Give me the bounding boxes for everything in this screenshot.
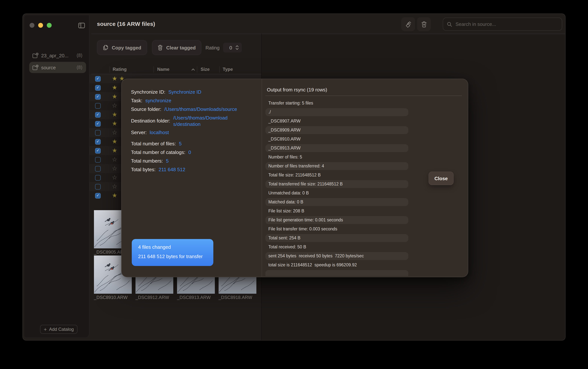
- star-icon[interactable]: ☆: [112, 165, 119, 172]
- rating-stars[interactable]: ☆: [112, 165, 119, 172]
- traffic-light-minimize[interactable]: [38, 23, 43, 28]
- row-checkbox[interactable]: [95, 184, 101, 189]
- sidebar-item-count: (8): [77, 65, 82, 70]
- star-icon[interactable]: ☆: [112, 156, 119, 163]
- row-checkbox[interactable]: ✓: [95, 121, 101, 126]
- thumbnail-label: _DSC8913.ARW: [177, 295, 215, 300]
- info-line-label: Destination folder:: [131, 118, 170, 124]
- clear-tagged-label: Clear tagged: [166, 45, 196, 50]
- info-link[interactable]: 211 648 512: [159, 167, 186, 172]
- rating-stepper[interactable]: 0: [223, 43, 242, 52]
- totals-line-label: Total number of catalogs:: [131, 149, 186, 155]
- row-checkbox[interactable]: ✓: [95, 76, 101, 82]
- star-icon[interactable]: ★: [112, 192, 119, 199]
- column-header-rating[interactable]: Rating: [113, 67, 127, 72]
- thumbnail-label: _DSC8918.ARW: [219, 295, 256, 300]
- info-link[interactable]: 0: [188, 149, 191, 155]
- rating-stars[interactable]: ★: [112, 85, 119, 91]
- column-header-name[interactable]: Name: [157, 67, 169, 72]
- row-checkbox[interactable]: [95, 175, 101, 180]
- search-icon: [447, 21, 452, 27]
- star-icon[interactable]: ☆: [112, 174, 119, 181]
- sidebar-item-source[interactable]: source (8): [29, 62, 86, 73]
- add-catalog-label: Add Catalog: [49, 327, 74, 332]
- folder-plus-icon: [32, 65, 39, 70]
- star-icon[interactable]: ★: [112, 147, 119, 154]
- notification-line1: 4 files changed: [138, 244, 213, 250]
- totals-line-label: Total numbers:: [131, 158, 163, 164]
- star-icon[interactable]: ☆: [112, 129, 119, 136]
- output-row: Unmatched data: 0 B: [265, 189, 408, 197]
- traffic-light-zoom[interactable]: [47, 23, 52, 28]
- output-row: File list size: 208 B: [265, 207, 408, 215]
- rating-stars[interactable]: ★: [112, 112, 119, 118]
- info-line: Task:synchronize: [131, 97, 260, 104]
- row-checkbox[interactable]: ✓: [95, 112, 101, 117]
- column-separator: [153, 66, 154, 73]
- row-checkbox[interactable]: ✓: [95, 85, 101, 91]
- star-icon[interactable]: ★: [112, 84, 119, 91]
- info-link[interactable]: /Users/thomas/Downloads/destination: [173, 115, 230, 127]
- rating-stars[interactable]: ★: [112, 193, 119, 199]
- totals-line-label: Total bytes:: [131, 167, 156, 172]
- row-checkbox[interactable]: [95, 130, 101, 135]
- thumbnail-label: _DSC8912.ARW: [136, 295, 173, 300]
- column-header-size[interactable]: Size: [201, 67, 210, 72]
- traffic-light-close[interactable]: [29, 23, 34, 28]
- sidebar-item-catalog-1[interactable]: 23_apr_20... (8): [29, 50, 86, 61]
- star-icon[interactable]: ★: [112, 93, 119, 100]
- close-button[interactable]: Close: [429, 172, 454, 185]
- column-separator: [219, 66, 220, 73]
- rating-stars[interactable]: ★: [112, 121, 119, 127]
- search-field[interactable]: [443, 18, 562, 31]
- check-icon: ✓: [96, 95, 99, 99]
- rating-stars[interactable]: ☆: [112, 157, 119, 163]
- sidebar-icon: [78, 22, 85, 29]
- star-icon[interactable]: ☆: [112, 183, 119, 190]
- output-row: _DSC8910.ARW: [265, 135, 408, 143]
- star-icon[interactable]: ★: [112, 120, 119, 127]
- info-link[interactable]: Synchronize ID: [168, 89, 201, 95]
- info-link[interactable]: /Users/thomas/Downloads/source: [164, 106, 237, 112]
- row-checkbox[interactable]: ✓: [95, 148, 101, 154]
- info-link[interactable]: synchronize: [145, 98, 171, 103]
- clear-tagged-button[interactable]: Clear tagged: [152, 40, 201, 55]
- star-icon[interactable]: ★: [112, 75, 119, 82]
- row-checkbox[interactable]: ✓: [95, 94, 101, 100]
- add-catalog-button[interactable]: + Add Catalog: [40, 325, 78, 334]
- info-link[interactable]: 5: [179, 141, 182, 146]
- info-link[interactable]: 5: [166, 158, 169, 164]
- table-header: Rating Name Size Type: [89, 66, 261, 74]
- check-icon: ✓: [96, 122, 99, 125]
- rating-stars[interactable]: ☆: [112, 174, 119, 181]
- copy-tagged-button[interactable]: Copy tagged: [97, 40, 147, 55]
- output-row: Total file size: 211648512 B: [265, 171, 408, 179]
- app-window: 23_apr_20... (8) source (8) + Add Catalo…: [22, 13, 566, 340]
- rating-stars[interactable]: ★: [112, 139, 119, 145]
- star-icon[interactable]: ☆: [112, 102, 119, 109]
- toolbar-delete-button[interactable]: [417, 17, 431, 31]
- copy-tagged-label: Copy tagged: [112, 45, 141, 50]
- rating-stars[interactable]: ☆: [112, 103, 119, 109]
- output-row: _DSC8907.ARW: [265, 117, 408, 125]
- info-link[interactable]: localhost: [150, 130, 169, 135]
- output-divider: [265, 95, 462, 96]
- row-checkbox[interactable]: ✓: [95, 193, 101, 198]
- star-icon[interactable]: ★: [112, 111, 119, 118]
- rating-stars[interactable]: ☆: [112, 184, 119, 190]
- toolbar-duplicate-button[interactable]: [401, 17, 415, 31]
- row-checkbox[interactable]: [95, 157, 101, 162]
- column-header-type[interactable]: Type: [223, 67, 233, 72]
- search-input[interactable]: [455, 21, 558, 27]
- copy-document-icon: [103, 45, 108, 51]
- rating-stars[interactable]: ☆: [112, 130, 119, 136]
- row-checkbox[interactable]: ✓: [95, 139, 101, 144]
- row-checkbox[interactable]: [95, 103, 101, 108]
- sidebar-toggle-button[interactable]: [78, 22, 85, 29]
- rating-stars[interactable]: ★: [112, 148, 119, 154]
- row-checkbox[interactable]: [95, 166, 101, 171]
- star-icon[interactable]: ★: [112, 138, 119, 145]
- sync-info: Synchronize ID:Synchronize IDTask:synchr…: [131, 89, 260, 138]
- sort-chevron-icon[interactable]: [191, 68, 195, 71]
- rating-stars[interactable]: ★: [112, 94, 119, 100]
